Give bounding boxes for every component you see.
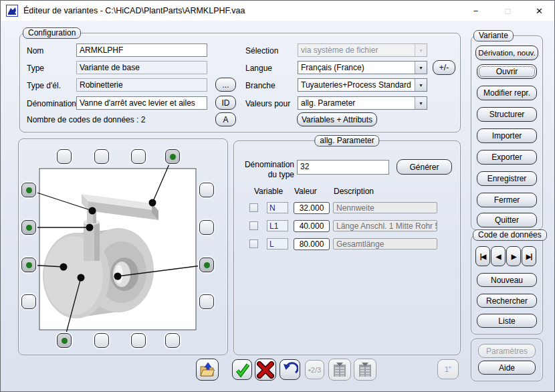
ratio-2-3-button: •2/3 [305, 360, 324, 379]
type-field: Variante de base [76, 61, 207, 74]
chevron-down-icon[interactable]: ▼ [415, 62, 427, 74]
valeur-column-header: Valeur [294, 187, 317, 196]
table-list-button-2 [354, 359, 376, 381]
chevron-down-icon[interactable]: ▼ [415, 97, 427, 109]
preview-toggle-left-2[interactable] [21, 220, 36, 235]
quitter-button[interactable]: Quitter [477, 213, 537, 227]
preview-toggle-left-4[interactable] [21, 294, 36, 309]
type-el-field: Robinetterie [76, 78, 207, 92]
nouveau-button[interactable]: Nouveau [477, 273, 537, 287]
nom-label: Nom [27, 46, 43, 56]
preview-toggle-right-3[interactable] [199, 258, 214, 272]
nom-input[interactable]: ARMKLPHF [76, 43, 207, 57]
valve-preview-image [19, 139, 227, 355]
preview-toggle-top-2[interactable] [94, 149, 109, 164]
first-record-icon: |◀ [480, 253, 486, 260]
configuration-group: Configuration Nom ARMKLPHF Type Variante… [19, 33, 461, 132]
cancel-button[interactable] [255, 359, 276, 381]
selection-combo: via système de fichier ▼ [298, 43, 427, 57]
valeurs-pour-label: Valeurs pour [245, 99, 290, 108]
variable-name-field: L [267, 238, 288, 250]
parameter-group-label: allg. Parameter [314, 135, 379, 146]
app-icon [6, 5, 18, 17]
table-icon [356, 361, 374, 379]
ouvrir-button[interactable]: Ouvrir [477, 64, 537, 79]
attribute-button[interactable]: A [215, 112, 236, 126]
nav-last-button[interactable]: ▶| [522, 246, 536, 266]
preview-toggle-bottom-1[interactable] [57, 333, 72, 348]
preview-toggle-bottom-4[interactable] [165, 333, 180, 348]
generer-button[interactable]: Générer [397, 159, 452, 175]
denomination-type-input[interactable]: 32 [297, 160, 389, 175]
denomination-du-type-label: Dénomination du type [239, 160, 294, 180]
preview-toggle-top-1[interactable] [57, 149, 72, 164]
importer-button[interactable]: Importer [477, 128, 537, 143]
preview-toggle-left-3[interactable] [21, 258, 36, 272]
preview-toggle-right-4[interactable] [199, 294, 214, 309]
preview-toggle-top-4[interactable] [165, 149, 180, 164]
code-donnees-group: Code de données |◀ ◀ ▶ ▶| Nouveau Recher… [471, 235, 543, 334]
maximize-button: □ [493, 1, 523, 21]
nav-next-button[interactable]: ▶ [506, 246, 521, 266]
green-dot-icon [204, 262, 210, 268]
langue-combo[interactable]: Français (France) ▼ [298, 61, 427, 74]
close-button[interactable]: ✕ [524, 1, 554, 21]
preview-toggle-top-3[interactable] [131, 149, 146, 164]
exporter-button[interactable]: Exporter [477, 150, 537, 165]
description-column-header: Description [334, 187, 374, 196]
id-button[interactable]: ID [215, 96, 236, 110]
chevron-down-icon[interactable]: ▼ [415, 79, 427, 91]
table-list-button-1 [328, 359, 351, 381]
liste-button[interactable]: Liste [477, 314, 537, 328]
valeurs-pour-combo[interactable]: allg. Parameter ▼ [298, 96, 427, 110]
browse-button[interactable]: ... [215, 78, 236, 92]
variante-group: Variante Dérivation, nouv. Ouvrir Modifi… [471, 35, 543, 230]
minimize-button[interactable]: − [461, 1, 491, 21]
enregistrer-button[interactable]: Enregistrer [477, 171, 537, 186]
preview-toggle-right-2[interactable] [199, 220, 214, 235]
parameter-group: allg. Parameter Dénomination du type 32 … [233, 140, 461, 355]
variable-value-input[interactable]: 80.000 [294, 238, 330, 250]
variable-value-input[interactable]: 40.000 [294, 220, 330, 232]
type-el-label: Type d'él. [27, 81, 61, 90]
variable-value-input[interactable]: 32.000 [294, 202, 330, 214]
langue-label: Langue [245, 64, 272, 73]
last-record-icon: ▶| [526, 253, 532, 260]
variable-name-field: N [267, 202, 288, 213]
aide-button[interactable]: Aide [478, 361, 536, 375]
fermer-button[interactable]: Fermer [477, 193, 537, 207]
rechercher-button[interactable]: Rechercher [477, 294, 537, 308]
next-record-icon: ▶ [512, 253, 516, 260]
branche-combo[interactable]: Tuyauteries+Process Standard ▼ [298, 78, 427, 92]
row-checkbox[interactable] [249, 239, 258, 248]
title-bar: Éditeur de variantes - C:\HiCAD\PlantPar… [1, 1, 554, 21]
row-checkbox[interactable] [249, 203, 258, 212]
green-dot-icon [26, 187, 32, 193]
variable-name-field: L1 [267, 220, 288, 231]
window-title: Éditeur de variantes - C:\HiCAD\PlantPar… [23, 1, 245, 21]
nav-prev-button[interactable]: ◀ [491, 246, 506, 266]
parametres-button: Paramètres [478, 344, 536, 358]
nav-first-button[interactable]: |◀ [475, 246, 490, 266]
structurer-button[interactable]: Structurer [477, 107, 537, 122]
variable-description-field: Gesamtlänge [333, 238, 437, 250]
denomination-input[interactable]: Vanne d'arrêt avec levier et ailes [76, 96, 207, 110]
code-donnees-group-label: Code de données [473, 229, 547, 241]
undo-button[interactable] [280, 359, 300, 380]
open-folder-button[interactable] [196, 359, 219, 381]
undo-arrow-icon [282, 361, 298, 378]
row-checkbox[interactable] [249, 221, 258, 230]
modifier-repr-button[interactable]: Modifier repr. [477, 86, 537, 100]
derivation-nouv-button[interactable]: Dérivation, nouv. [475, 45, 538, 60]
preview-toggle-right-1[interactable] [199, 183, 214, 197]
preview-toggle-left-1[interactable] [21, 183, 36, 197]
variable-description-field: Nennweite [333, 202, 437, 213]
preview-toggle-bottom-3[interactable] [131, 333, 146, 348]
green-dot-icon [170, 154, 176, 160]
variables-attributs-button[interactable]: Variables + Attributs [297, 112, 377, 126]
preview-toggle-bottom-2[interactable] [94, 333, 109, 348]
green-dot-icon [26, 225, 32, 231]
plus-minus-button[interactable]: +/- [433, 60, 455, 75]
apply-button[interactable] [232, 359, 252, 380]
green-dot-icon [26, 262, 32, 268]
